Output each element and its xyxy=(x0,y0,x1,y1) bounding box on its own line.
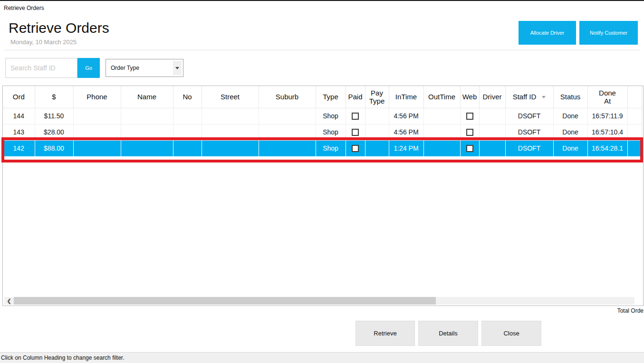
col-header-paid[interactable]: Paid xyxy=(346,86,365,108)
paid-checkbox[interactable] xyxy=(352,129,359,136)
order-row-143[interactable]: 143 $28.00 Shop 4:56 PM DSOFT Done 16:57… xyxy=(3,124,642,140)
col-header-staff-id[interactable]: Staff ID xyxy=(505,86,553,108)
col-header-street[interactable]: Street xyxy=(202,86,259,108)
retrieve-orders-window: { "window": { "title": "Retrieve Orders"… xyxy=(0,0,644,363)
col-header-ord[interactable]: Ord xyxy=(3,86,35,108)
col-header-status[interactable]: Status xyxy=(553,86,587,108)
notify-customer-button[interactable]: Notify Customer xyxy=(579,21,638,45)
col-header-driver[interactable]: Driver xyxy=(479,86,505,108)
allocate-driver-button[interactable]: Allocate Driver xyxy=(519,21,576,45)
search-staff-id-input[interactable] xyxy=(5,58,77,78)
col-header-blank[interactable] xyxy=(627,86,642,108)
web-checkbox[interactable] xyxy=(466,129,473,136)
col-header-pay-type[interactable]: Pay Type xyxy=(365,86,389,108)
sort-arrow-icon xyxy=(542,96,546,98)
web-checkbox[interactable] xyxy=(466,145,473,152)
order-type-label: Order Type xyxy=(111,65,139,71)
paid-checkbox[interactable] xyxy=(352,113,359,120)
total-orders-label: Total Orde xyxy=(617,307,644,314)
go-button[interactable]: Go xyxy=(77,58,100,78)
scroll-left-arrow-icon[interactable]: ❮ xyxy=(4,297,14,305)
retrieve-button[interactable]: Retrieve xyxy=(356,321,415,346)
orders-table: Ord $ Phone Name No Street Suburb Type P… xyxy=(3,86,642,157)
col-header-done-at[interactable]: Done At xyxy=(587,86,627,108)
window-title: Retrieve Orders xyxy=(4,5,44,11)
col-header-outtime[interactable]: OutTime xyxy=(423,86,460,108)
scrollbar-thumb[interactable] xyxy=(14,297,436,305)
order-row-142-selected[interactable]: 142 $88.00 Shop 1:24 PM DSOFT Done 16:54… xyxy=(3,140,642,156)
page-title: Retrieve Orders xyxy=(9,20,109,36)
col-header-suburb[interactable]: Suburb xyxy=(259,86,316,108)
col-header-web[interactable]: Web xyxy=(460,86,479,108)
paid-checkbox[interactable] xyxy=(352,145,359,152)
dropdown-arrow-button[interactable] xyxy=(173,61,182,75)
chevron-down-icon xyxy=(175,67,179,69)
col-header-amount[interactable]: $ xyxy=(35,86,73,108)
col-header-phone[interactable]: Phone xyxy=(73,86,121,108)
horizontal-scrollbar[interactable]: ❮ xyxy=(4,297,634,305)
col-header-type[interactable]: Type xyxy=(316,86,346,108)
page-date: Monday, 10 March 2025 xyxy=(10,38,77,46)
order-row-144[interactable]: 144 $11.50 Shop 4:56 PM DSOFT Done 16:57… xyxy=(3,108,642,124)
orders-grid: Ord $ Phone Name No Street Suburb Type P… xyxy=(2,86,644,306)
header-row: Ord $ Phone Name No Street Suburb Type P… xyxy=(3,86,642,108)
col-header-no[interactable]: No xyxy=(173,86,202,108)
col-header-name[interactable]: Name xyxy=(121,86,173,108)
scrollbar-track[interactable] xyxy=(436,297,634,305)
status-bar: Click on Column Heading to change search… xyxy=(0,352,644,363)
close-button[interactable]: Close xyxy=(481,321,541,346)
header-divider xyxy=(4,50,640,50)
details-button[interactable]: Details xyxy=(418,321,478,346)
status-bar-message: Click on Column Heading to change search… xyxy=(1,354,124,361)
web-checkbox[interactable] xyxy=(466,113,473,120)
col-header-intime[interactable]: InTime xyxy=(389,86,423,108)
order-type-dropdown[interactable]: Order Type xyxy=(106,59,183,77)
